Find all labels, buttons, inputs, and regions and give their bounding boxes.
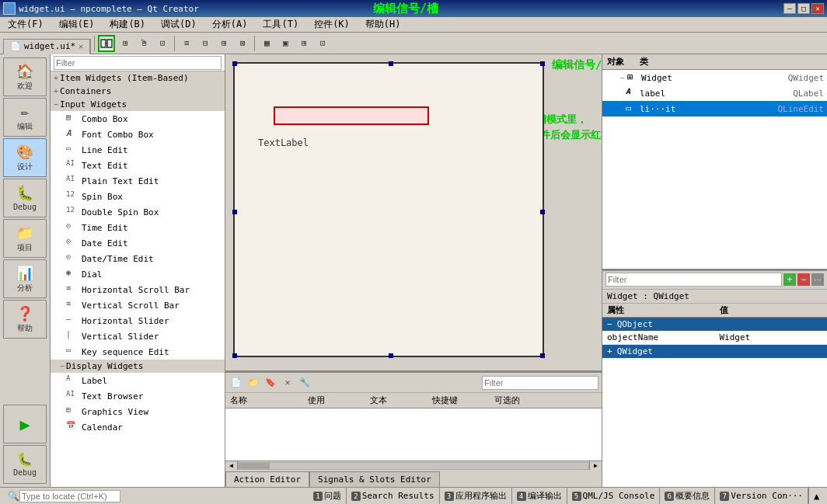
- action-open-btn[interactable]: 📁: [246, 375, 261, 391]
- menu-widgets[interactable]: 控件(K): [309, 16, 354, 33]
- props-section-qwidget[interactable]: + QWidget: [602, 345, 827, 358]
- file-tab-close[interactable]: ✕: [79, 42, 83, 50]
- sidebar-btn-debug[interactable]: 🐛 Debug: [3, 179, 47, 217]
- widget-date-edit[interactable]: ⊙ Date Edit: [51, 235, 225, 251]
- toolbar-btn-6[interactable]: ⊟: [197, 35, 214, 52]
- status-section-qml[interactable]: 5 QML/JS Console: [567, 488, 661, 504]
- sidebar-btn-project[interactable]: 📁 项目: [3, 219, 47, 258]
- action-table[interactable]: [225, 408, 602, 461]
- sidebar-btn-run[interactable]: ▶: [3, 405, 47, 443]
- action-delete-btn[interactable]: ✕: [280, 375, 295, 391]
- scroll-track[interactable]: [238, 462, 589, 470]
- widget-label[interactable]: A Label: [51, 373, 225, 388]
- widget-plain-text-edit[interactable]: AI Plain Text Edit: [51, 173, 225, 189]
- design-canvas[interactable]: ↗ 编辑信号/槽 编辑信号/槽模式里， 鼠标指向控件后会显示红框高亮: [225, 54, 602, 370]
- props-col-value: 值: [715, 304, 828, 316]
- toolbar-btn-4[interactable]: ⊡: [154, 35, 171, 52]
- action-bookmark-btn[interactable]: 🔖: [263, 375, 278, 391]
- toolbar-btn-12[interactable]: ⊡: [314, 35, 331, 52]
- group-item-widgets[interactable]: + Item Widgets (Item-Based): [51, 71, 225, 85]
- tree-expand-widget[interactable]: −: [619, 74, 624, 82]
- maximize-button[interactable]: □: [797, 3, 810, 14]
- props-add-btn[interactable]: +: [783, 273, 796, 286]
- close-button[interactable]: ✕: [811, 3, 824, 14]
- widget-label-text-edit: Text Edit: [82, 161, 128, 171]
- status-section-appout[interactable]: 3 应用程序输出: [440, 488, 512, 504]
- toolbar-edit-signals[interactable]: [98, 35, 115, 52]
- menu-build[interactable]: 构建(B): [105, 16, 150, 33]
- widget-line-edit[interactable]: ▭ Line Edit: [51, 142, 225, 158]
- widget-graphics-view[interactable]: ⊞ Graphics View: [51, 404, 225, 419]
- group-input-widgets[interactable]: − Input Widgets: [51, 98, 225, 111]
- widget-time-edit[interactable]: ⊙ Time Edit: [51, 220, 225, 235]
- status-search-input[interactable]: [19, 490, 120, 502]
- props-section-qobject[interactable]: − QObject: [602, 318, 827, 331]
- toolbar-btn-5[interactable]: ≡: [178, 35, 195, 52]
- widget-hscrollbar[interactable]: ≡ Horizontal Scroll Bar: [51, 282, 225, 297]
- widget-text-edit[interactable]: AI Text Edit: [51, 158, 225, 173]
- widget-keyseq-edit[interactable]: ▭ Key sequence Edit: [51, 344, 225, 360]
- scroll-left-btn[interactable]: ◀: [225, 461, 238, 471]
- widget-font-combo-box[interactable]: A Font Combo Box: [51, 127, 225, 142]
- status-section-version[interactable]: 7 Version Con···: [715, 488, 808, 504]
- status-expand-btn[interactable]: ▲: [808, 488, 824, 504]
- canvas-text-label[interactable]: TextLabel: [258, 137, 309, 148]
- scroll-right-btn[interactable]: ▶: [589, 461, 602, 471]
- sidebar-btn-help[interactable]: ❓ 帮助: [3, 300, 47, 339]
- props-remove-btn[interactable]: −: [797, 273, 810, 286]
- menu-analyze[interactable]: 分析(A): [208, 16, 253, 33]
- canvas-form-widget[interactable]: TextLabel: [233, 62, 544, 357]
- action-filter-input[interactable]: [482, 376, 598, 390]
- props-row-objectname[interactable]: objectName Widget: [602, 331, 827, 345]
- toolbar-btn-2[interactable]: ⊞: [117, 35, 134, 52]
- canvas-line-edit[interactable]: [274, 106, 429, 125]
- toolbar-btn-9[interactable]: ▦: [258, 35, 275, 52]
- bottom-scrollbar[interactable]: ◀ ▶: [225, 461, 602, 470]
- status-section-search[interactable]: 2 Search Results: [347, 488, 440, 504]
- tree-row-widget[interactable]: − ⊞ Widget QWidget: [602, 70, 827, 85]
- sidebar-btn-welcome[interactable]: 🏠 欢迎: [3, 57, 47, 96]
- toolbar-btn-10[interactable]: ▣: [277, 35, 294, 52]
- group-display-widgets[interactable]: − Display Widgets: [51, 360, 225, 373]
- sidebar-btn-debug2[interactable]: 🐛 Debug: [3, 445, 47, 484]
- toolbar-btn-3[interactable]: 🖱: [135, 35, 152, 52]
- widget-hslider[interactable]: — Horizontal Slider: [51, 313, 225, 328]
- status-section-summary[interactable]: 6 概要信息: [660, 488, 715, 504]
- widget-datetime-edit[interactable]: ⊙ Date/Time Edit: [51, 251, 225, 266]
- tab-signals-slots[interactable]: Signals & Slots Editor: [309, 471, 440, 487]
- widget-vscrollbar[interactable]: ≡ Vertical Scroll Bar: [51, 297, 225, 313]
- widget-text-browser[interactable]: AI Text Browser: [51, 388, 225, 404]
- scroll-thumb[interactable]: [239, 463, 270, 469]
- props-filter-input[interactable]: [605, 273, 782, 287]
- props-more-btn[interactable]: ⋯: [811, 273, 824, 286]
- menu-edit[interactable]: 编辑(E): [54, 16, 99, 33]
- status-section-compile[interactable]: 4 编译输出: [512, 488, 567, 504]
- sidebar-btn-design[interactable]: 🎨 设计: [3, 138, 47, 177]
- minimize-button[interactable]: —: [783, 3, 796, 14]
- menu-debug[interactable]: 调试(D): [156, 16, 201, 33]
- action-new-btn[interactable]: 📄: [229, 375, 244, 391]
- widget-calendar[interactable]: 📅 Calendar: [51, 419, 225, 435]
- widget-combo-box[interactable]: ▤ Combo Box: [51, 111, 225, 127]
- tree-row-lineedit[interactable]: ▭ li···it QLineEdit: [602, 101, 827, 116]
- action-settings-btn[interactable]: 🔧: [297, 375, 312, 391]
- toolbar-btn-8[interactable]: ⊠: [234, 35, 251, 52]
- sidebar-btn-analyze[interactable]: 📊 分析: [3, 259, 47, 298]
- menu-help[interactable]: 帮助(H): [361, 16, 406, 33]
- toolbar-btn-11[interactable]: ⊞: [295, 35, 312, 52]
- sidebar-btn-edit[interactable]: ✏️ 编辑: [3, 98, 47, 137]
- tab-action-editor[interactable]: Action Editor: [225, 471, 309, 487]
- widget-spin-box[interactable]: 12 Spin Box: [51, 189, 225, 204]
- widget-vslider[interactable]: | Vertical Slider: [51, 328, 225, 344]
- widget-double-spin-box[interactable]: 12 Double Spin Box: [51, 204, 225, 220]
- toolbar-btn-7[interactable]: ⊞: [215, 35, 232, 52]
- prop-value-objectname[interactable]: Widget: [715, 331, 828, 344]
- tree-row-label[interactable]: A label QLabel: [602, 85, 827, 101]
- status-section-problems[interactable]: 1 问题: [309, 488, 347, 504]
- menu-file[interactable]: 文件(F): [3, 16, 48, 33]
- group-containers[interactable]: + Containers: [51, 85, 225, 98]
- menu-tools[interactable]: 工具(T): [258, 16, 303, 33]
- widget-dial[interactable]: ◉ Dial: [51, 266, 225, 282]
- widget-filter-input[interactable]: [54, 56, 222, 70]
- file-tab-widget-ui[interactable]: 📄 widget.ui* ✕: [3, 39, 90, 54]
